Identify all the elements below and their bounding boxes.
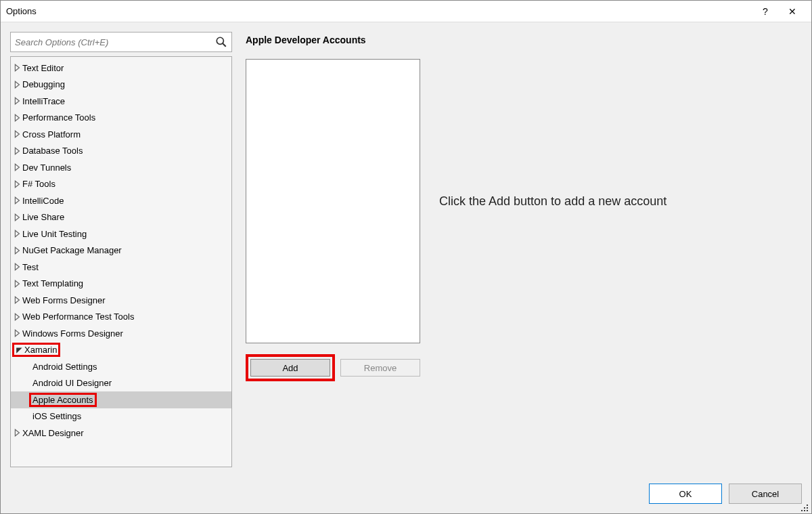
chevron-right-icon: [14, 213, 22, 221]
dialog-content: Text Editor Debugging IntelliTrace Perfo…: [1, 22, 811, 513]
tree-item-debugging[interactable]: Debugging: [11, 77, 231, 93]
chevron-right-icon: [14, 313, 22, 321]
tree-item-cross-platform[interactable]: Cross Platform: [11, 126, 231, 143]
chevron-right-icon: [14, 130, 22, 138]
chevron-right-icon: [14, 280, 22, 288]
svg-point-6: [804, 510, 805, 511]
tree-item-database-tools[interactable]: Database Tools: [11, 143, 231, 160]
tree-item-web-perf-test-tools[interactable]: Web Performance Test Tools: [11, 309, 231, 326]
tree-item-windows-forms-designer[interactable]: Windows Forms Designer: [11, 325, 231, 342]
svg-point-0: [217, 37, 223, 44]
chevron-right-icon: [14, 180, 22, 188]
help-button[interactable]: ?: [752, 1, 779, 22]
chevron-right-icon: [14, 64, 22, 72]
tree-item-text-editor[interactable]: Text Editor: [11, 60, 231, 77]
tree-item-live-unit-testing[interactable]: Live Unit Testing: [11, 226, 231, 242]
section-title: Apple Developer Accounts: [246, 35, 802, 45]
tree-item-text-templating[interactable]: Text Templating: [11, 276, 231, 293]
chevron-right-icon: [14, 163, 22, 171]
left-pane: Text Editor Debugging IntelliTrace Perfo…: [10, 32, 232, 467]
tree-item-web-forms-designer[interactable]: Web Forms Designer: [11, 292, 231, 309]
tree-item-android-ui-designer[interactable]: Android UI Designer: [11, 375, 231, 392]
chevron-right-icon: [14, 296, 22, 304]
titlebar: Options ? ✕: [1, 1, 811, 22]
chevron-right-icon: [14, 196, 22, 205]
tree-item-test[interactable]: Test: [11, 259, 231, 276]
tree-item-intellicode[interactable]: IntelliCode: [11, 192, 231, 209]
chevron-right-icon: [14, 329, 22, 337]
add-button-highlight: Add: [246, 354, 335, 381]
svg-point-2: [807, 505, 808, 506]
tree-item-ios-settings[interactable]: iOS Settings: [11, 408, 231, 425]
svg-point-3: [804, 507, 805, 509]
chevron-right-icon: [14, 81, 22, 89]
chevron-right-icon: [14, 429, 22, 437]
svg-point-5: [801, 510, 803, 511]
close-button[interactable]: ✕: [779, 1, 806, 22]
chevron-right-icon: [14, 97, 22, 105]
chevron-right-icon: [14, 247, 22, 255]
chevron-right-icon: [14, 263, 22, 271]
accounts-listbox[interactable]: [246, 59, 420, 343]
chevron-right-icon: [14, 230, 22, 238]
chevron-right-icon: [14, 147, 22, 155]
tree-item-xamarin[interactable]: Xamarin: [11, 342, 231, 359]
svg-point-4: [807, 507, 808, 509]
tree-item-fsharp-tools[interactable]: F# Tools: [11, 176, 231, 193]
window-title: Options: [6, 6, 752, 16]
tree-item-intellitrace[interactable]: IntelliTrace: [11, 93, 231, 110]
tree-item-dev-tunnels[interactable]: Dev Tunnels: [11, 159, 231, 176]
search-wrap: [10, 32, 232, 52]
ok-button[interactable]: OK: [649, 484, 722, 504]
remove-button: Remove: [340, 359, 420, 377]
svg-line-1: [223, 43, 226, 47]
search-icon[interactable]: [215, 36, 227, 48]
tree-item-performance-tools[interactable]: Performance Tools: [11, 110, 231, 127]
tree-item-live-share[interactable]: Live Share: [11, 209, 231, 226]
tree-item-nuget[interactable]: NuGet Package Manager: [11, 242, 231, 259]
chevron-down-icon: [16, 346, 24, 354]
options-tree[interactable]: Text Editor Debugging IntelliTrace Perfo…: [10, 56, 232, 467]
tree-item-android-settings[interactable]: Android Settings: [11, 358, 231, 375]
footer: OK Cancel: [649, 484, 802, 504]
tree-item-xaml-designer[interactable]: XAML Designer: [11, 425, 231, 442]
cancel-button[interactable]: Cancel: [729, 484, 802, 504]
right-pane: Apple Developer Accounts Click the Add b…: [246, 32, 802, 467]
add-button[interactable]: Add: [250, 359, 330, 377]
chevron-right-icon: [14, 114, 22, 122]
tree-item-apple-accounts[interactable]: Apple Accounts: [11, 391, 231, 408]
empty-help-text: Click the Add button to add a new accoun…: [439, 194, 667, 209]
search-input[interactable]: [15, 37, 215, 47]
resize-grip-icon[interactable]: [800, 504, 809, 512]
svg-point-7: [807, 510, 808, 511]
